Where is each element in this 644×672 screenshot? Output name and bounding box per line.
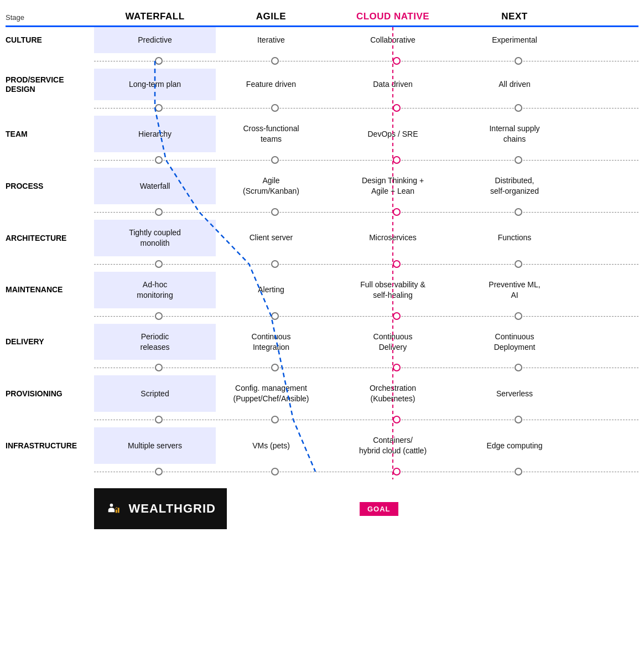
row-group-6: DELIVERYPeriodic releasesContinuous Inte… (6, 324, 638, 360)
stage-label-6: DELIVERY (6, 337, 44, 347)
dot-4-0 (155, 260, 163, 268)
dot-3-3 (515, 208, 522, 216)
cell-text-waterfall-5: Ad-hoc monitoring (137, 280, 173, 301)
connector-row-3 (6, 204, 638, 220)
goal-badge: GOAL (360, 502, 398, 516)
cell-text-waterfall-2: Hierarchy (138, 129, 172, 139)
dot-3-1 (271, 208, 279, 216)
cell-text-waterfall-3: Waterfall (140, 181, 170, 192)
dot-0-2 (393, 57, 401, 65)
cell-waterfall-3: Waterfall (94, 168, 216, 204)
header-cloudnative-col: CLOUD NATIVE (326, 11, 459, 22)
stage-label-cell-0: CULTURE (6, 27, 94, 53)
header-waterfall-col: WATERFALL (94, 11, 216, 22)
cell-text-agile-3: Agile (Scrum/Kanban) (243, 175, 299, 197)
h-dashed-8 (94, 472, 638, 472)
row-group-0: CULTUREPredictiveIterativeCollaborativeE… (6, 27, 638, 53)
cell-text-agile-4: Client server (250, 232, 293, 243)
cell-next-0: Experimental (459, 27, 570, 53)
stage-label-3: PROCESS (6, 182, 43, 191)
dot-7-3 (515, 416, 522, 423)
dot-5-3 (515, 312, 522, 320)
cell-next-1: All driven (459, 69, 570, 101)
cell-cloudnative-4: Microservices (326, 220, 459, 256)
connector-row-6 (6, 360, 638, 375)
stage-label-cell-6: DELIVERY (6, 324, 94, 360)
cell-text-waterfall-1: Long-term plan (129, 79, 181, 90)
cell-waterfall-2: Hierarchy (94, 116, 216, 152)
header-row: Stage WATERFALL AGILE CLOUD NATIVE NEXT (6, 11, 638, 27)
cell-waterfall-0: Predictive (94, 27, 216, 53)
row-group-7: PROVISIONINGScriptedConfig. management (… (6, 375, 638, 412)
dot-1-2 (393, 104, 401, 112)
cell-agile-1: Feature driven (216, 69, 326, 101)
cell-text-waterfall-4: Tightly coupled monolith (129, 228, 181, 249)
cell-agile-5: Alerting (216, 272, 326, 308)
dot-3-0 (155, 208, 163, 216)
dot-7-0 (155, 416, 163, 423)
connector-row-1 (6, 100, 638, 116)
cell-waterfall-7: Scripted (94, 375, 216, 412)
cell-text-agile-1: Feature driven (246, 79, 296, 90)
stage-label-cell-7: PROVISIONING (6, 375, 94, 412)
cell-cloudnative-6: Continuous Delivery (326, 324, 459, 360)
h-dashed-1 (94, 108, 638, 108)
stage-label-5: MAINTENANCE (6, 285, 63, 294)
main-container: Stage WATERFALL AGILE CLOUD NATIVE NEXT … (0, 0, 644, 540)
h-dashed-2 (94, 160, 638, 161)
dot-8-2 (393, 468, 401, 475)
cell-agile-6: Continuous Integration (216, 324, 326, 360)
dot-5-1 (271, 312, 279, 320)
dot-3-2 (393, 208, 401, 216)
cell-text-cloudnative-2: DevOps / SRE (367, 129, 418, 139)
connector-row-0 (6, 53, 638, 69)
dot-2-3 (515, 156, 522, 164)
dot-2-2 (393, 156, 401, 164)
dot-2-0 (155, 156, 163, 164)
connector-row-5 (6, 308, 638, 324)
cell-text-waterfall-0: Predictive (138, 35, 172, 45)
stage-label-cell-1: PROD/SERVICE DESIGN (6, 69, 94, 101)
dot-5-2 (393, 312, 401, 320)
data-cells-3: WaterfallAgile (Scrum/Kanban)Design Thin… (94, 168, 638, 204)
row-group-1: PROD/SERVICE DESIGNLong-term planFeature… (6, 69, 638, 101)
cell-text-cloudnative-6: Continuous Delivery (373, 332, 413, 353)
cell-next-4: Functions (459, 220, 570, 256)
stage-label-1: PROD/SERVICE DESIGN (6, 75, 64, 94)
wealthgrid-logo-icon (105, 495, 121, 523)
cell-text-cloudnative-8: Containers/ hybrid cloud (cattle) (359, 435, 427, 456)
cell-text-cloudnative-7: Orchestration (Kubernetes) (370, 383, 416, 404)
data-cells-4: Tightly coupled monolithClient serverMic… (94, 220, 638, 256)
dot-7-1 (271, 416, 279, 423)
agile-header-title: AGILE (256, 11, 286, 22)
cell-waterfall-8: Multiple servers (94, 427, 216, 464)
goal-badge-wrapper: GOAL (349, 504, 398, 514)
rows-container: CULTUREPredictiveIterativeCollaborativeE… (6, 27, 638, 479)
cell-next-6: Continuous Deployment (459, 324, 570, 360)
cell-cloudnative-8: Containers/ hybrid cloud (cattle) (326, 427, 459, 464)
cell-agile-7: Config. management (Puppet/Chef/Ansible) (216, 375, 326, 412)
header-agile-col: AGILE (216, 11, 326, 22)
cell-text-next-3: Distributed, self-organized (490, 175, 539, 197)
stage-label-8: INFRASTRUCTURE (6, 441, 77, 451)
svg-rect-3 (116, 510, 117, 513)
dot-1-0 (155, 104, 163, 112)
h-dashed-3 (94, 212, 638, 213)
stage-label-cell-5: MAINTENANCE (6, 272, 94, 308)
cell-text-next-7: Serverless (496, 389, 533, 399)
dot-7-2 (393, 416, 401, 423)
dot-8-1 (271, 468, 279, 475)
cell-cloudnative-7: Orchestration (Kubernetes) (326, 375, 459, 412)
cell-text-cloudnative-0: Collaborative (370, 35, 416, 45)
cell-text-agile-0: Iterative (257, 35, 285, 45)
cell-text-next-0: Experimental (492, 35, 537, 45)
footer: WEALTHGRID GOAL (6, 485, 638, 529)
cell-text-next-8: Edge computing (486, 441, 542, 451)
cloudnative-header-title: CLOUD NATIVE (356, 11, 429, 22)
data-cells-2: HierarchyCross-functional teamsDevOps / … (94, 116, 638, 152)
cell-agile-0: Iterative (216, 27, 326, 53)
cell-agile-2: Cross-functional teams (216, 116, 326, 152)
dot-6-3 (515, 364, 522, 371)
h-dashed-6 (94, 368, 638, 368)
stage-label-cell-3: PROCESS (6, 168, 94, 204)
